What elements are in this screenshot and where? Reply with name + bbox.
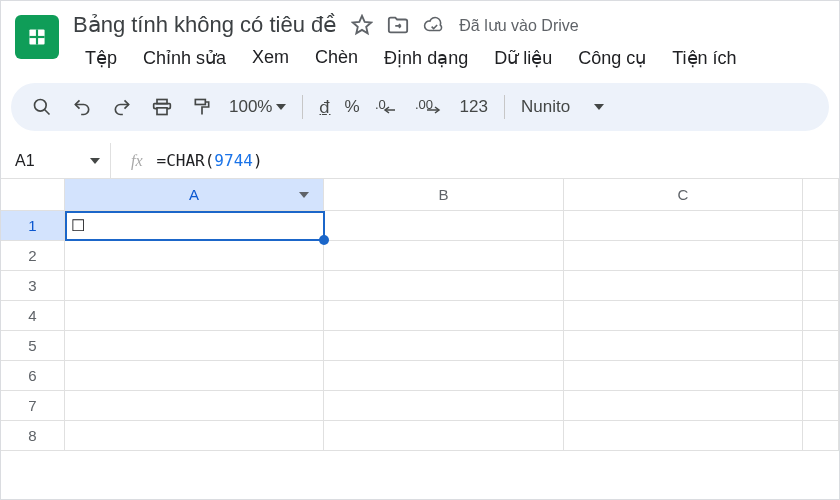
row-header-7[interactable]: 7 bbox=[1, 391, 65, 421]
name-box-value: A1 bbox=[15, 152, 35, 170]
cell-d2[interactable] bbox=[803, 241, 839, 271]
svg-rect-7 bbox=[157, 108, 167, 115]
row-header-6[interactable]: 6 bbox=[1, 361, 65, 391]
menu-file[interactable]: Tệp bbox=[73, 43, 129, 73]
format-currency-button[interactable]: ₫ bbox=[315, 97, 334, 118]
svg-line-5 bbox=[45, 110, 50, 115]
document-title[interactable]: Bảng tính không có tiêu đề bbox=[73, 12, 337, 38]
cell-a2[interactable] bbox=[65, 241, 324, 271]
row-header-4[interactable]: 4 bbox=[1, 301, 65, 331]
row-header-2[interactable]: 2 bbox=[1, 241, 65, 271]
cell-b6[interactable] bbox=[324, 361, 563, 391]
redo-icon[interactable] bbox=[105, 90, 139, 124]
chevron-down-icon bbox=[90, 158, 100, 164]
font-name: Nunito bbox=[521, 97, 570, 117]
cell-b1[interactable] bbox=[324, 211, 563, 241]
svg-rect-8 bbox=[195, 100, 205, 105]
cell-b5[interactable] bbox=[324, 331, 563, 361]
more-formats-button[interactable]: 123 bbox=[456, 97, 492, 117]
cell-d7[interactable] bbox=[803, 391, 839, 421]
cell-d8[interactable] bbox=[803, 421, 839, 451]
formula-input[interactable]: =CHAR(9744) bbox=[157, 151, 263, 170]
menu-edit[interactable]: Chỉnh sửa bbox=[131, 43, 238, 73]
font-select[interactable]: Nunito bbox=[517, 97, 608, 117]
cell-d3[interactable] bbox=[803, 271, 839, 301]
star-icon[interactable] bbox=[351, 14, 373, 36]
cell-d4[interactable] bbox=[803, 301, 839, 331]
row-header-1[interactable]: 1 bbox=[1, 211, 65, 241]
print-icon[interactable] bbox=[145, 90, 179, 124]
menu-extensions[interactable]: Tiện ích bbox=[660, 43, 748, 73]
select-all-corner[interactable] bbox=[1, 179, 65, 211]
menu-tools[interactable]: Công cụ bbox=[566, 43, 658, 73]
row-header-8[interactable]: 8 bbox=[1, 421, 65, 451]
chevron-down-icon bbox=[276, 104, 286, 110]
column-header-c[interactable]: C bbox=[564, 179, 803, 211]
search-icon[interactable] bbox=[25, 90, 59, 124]
cell-c6[interactable] bbox=[564, 361, 803, 391]
format-percent-button[interactable]: % bbox=[340, 97, 363, 117]
row-header-5[interactable]: 5 bbox=[1, 331, 65, 361]
menu-data[interactable]: Dữ liệu bbox=[482, 43, 564, 73]
cloud-saved-icon[interactable] bbox=[423, 14, 445, 36]
cell-c8[interactable] bbox=[564, 421, 803, 451]
cell-b3[interactable] bbox=[324, 271, 563, 301]
cell-c3[interactable] bbox=[564, 271, 803, 301]
formula-bar-row: A1 fx =CHAR(9744) bbox=[1, 143, 839, 179]
zoom-value: 100% bbox=[229, 97, 272, 117]
cell-d1[interactable] bbox=[803, 211, 839, 241]
row-header-3[interactable]: 3 bbox=[1, 271, 65, 301]
chevron-down-icon bbox=[594, 104, 604, 110]
toolbar-separator bbox=[504, 95, 505, 119]
cell-a7[interactable] bbox=[65, 391, 324, 421]
column-header-a[interactable]: A bbox=[65, 179, 324, 211]
cell-a8[interactable] bbox=[65, 421, 324, 451]
toolbar-separator bbox=[302, 95, 303, 119]
cell-a4[interactable] bbox=[65, 301, 324, 331]
cell-c1[interactable] bbox=[564, 211, 803, 241]
cell-d5[interactable] bbox=[803, 331, 839, 361]
cell-c4[interactable] bbox=[564, 301, 803, 331]
menu-format[interactable]: Định dạng bbox=[372, 43, 480, 73]
cell-b8[interactable] bbox=[324, 421, 563, 451]
toolbar: 100% ₫ % .0 .00 123 Nunito bbox=[11, 83, 829, 131]
svg-point-4 bbox=[35, 100, 47, 112]
menubar: Tệp Chỉnh sửa Xem Chèn Định dạng Dữ liệu… bbox=[73, 43, 823, 73]
menu-view[interactable]: Xem bbox=[240, 43, 301, 73]
spreadsheet-grid: A B C 1 ☐ 2 3 bbox=[1, 179, 839, 451]
cell-d6[interactable] bbox=[803, 361, 839, 391]
column-filter-icon[interactable] bbox=[299, 192, 309, 198]
increase-decimal-button[interactable]: .00 bbox=[410, 90, 450, 124]
column-header-b[interactable]: B bbox=[324, 179, 563, 211]
zoom-select[interactable]: 100% bbox=[225, 97, 290, 117]
cell-a5[interactable] bbox=[65, 331, 324, 361]
cell-b2[interactable] bbox=[324, 241, 563, 271]
paint-format-icon[interactable] bbox=[185, 90, 219, 124]
column-header-blank[interactable] bbox=[803, 179, 839, 211]
fx-label: fx bbox=[111, 152, 157, 170]
cell-a3[interactable] bbox=[65, 271, 324, 301]
menu-insert[interactable]: Chèn bbox=[303, 43, 370, 73]
cell-b7[interactable] bbox=[324, 391, 563, 421]
cell-a1[interactable]: ☐ bbox=[65, 211, 324, 241]
cell-b4[interactable] bbox=[324, 301, 563, 331]
name-box[interactable]: A1 bbox=[1, 143, 111, 178]
cell-c7[interactable] bbox=[564, 391, 803, 421]
cell-c2[interactable] bbox=[564, 241, 803, 271]
sheets-logo[interactable] bbox=[15, 15, 59, 59]
decrease-decimal-button[interactable]: .0 bbox=[370, 90, 404, 124]
move-to-folder-icon[interactable] bbox=[387, 14, 409, 36]
cell-a6[interactable] bbox=[65, 361, 324, 391]
cell-c5[interactable] bbox=[564, 331, 803, 361]
undo-icon[interactable] bbox=[65, 90, 99, 124]
saved-status-text: Đã lưu vào Drive bbox=[459, 16, 578, 35]
